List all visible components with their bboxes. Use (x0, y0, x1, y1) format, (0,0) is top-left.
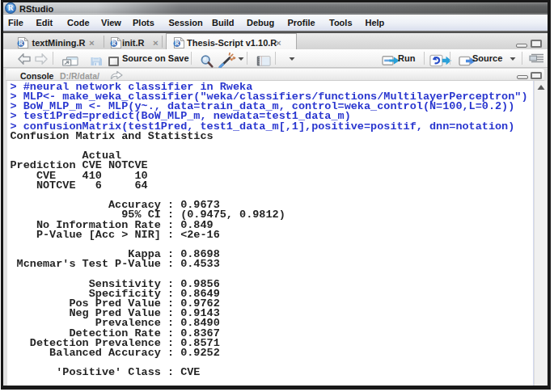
svg-text:R: R (8, 4, 14, 12)
svg-text:R: R (112, 40, 116, 47)
svg-text:R: R (175, 40, 180, 47)
svg-text:R: R (19, 40, 23, 47)
